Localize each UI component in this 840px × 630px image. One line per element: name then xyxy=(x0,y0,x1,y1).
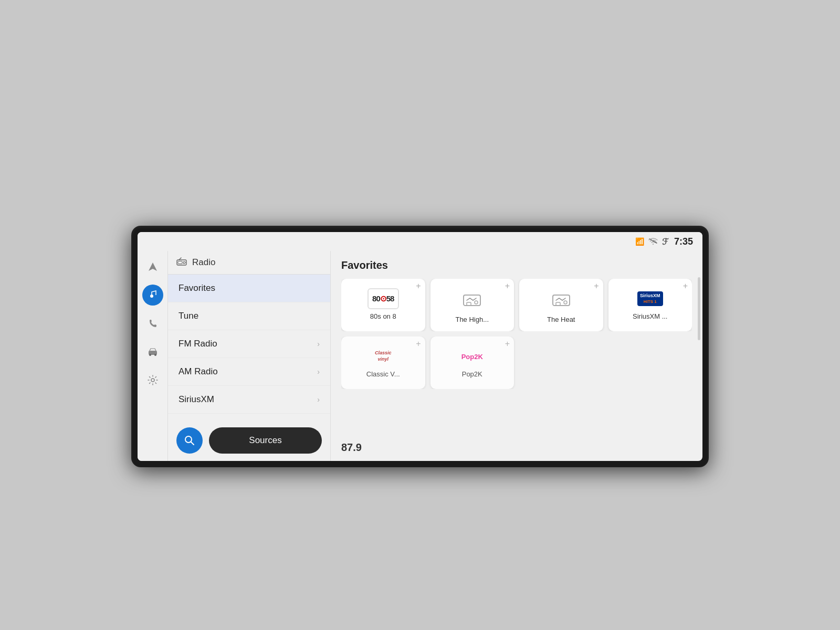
nav-icon-navigation[interactable] xyxy=(142,256,163,277)
classic-vinyl-logo: Classic vinyl xyxy=(368,346,399,367)
favorite-card-heat-label: The Heat xyxy=(547,316,575,323)
favorite-card-80s-label: 80s on 8 xyxy=(370,312,396,320)
favorites-grid: + 80⊙58 80s on 8 + xyxy=(341,279,692,331)
nav-icon-settings[interactable] xyxy=(142,370,163,391)
svg-rect-9 xyxy=(464,295,480,306)
svg-rect-12 xyxy=(553,295,570,306)
favorite-card-pop2k[interactable]: + Pop2K Pop2K xyxy=(430,337,514,389)
menu-item-favorites-label: Favorites xyxy=(178,283,215,293)
menu-item-fm-radio-label: FM Radio xyxy=(178,339,217,349)
favorites-title: Favorites xyxy=(341,259,692,271)
menu-items: Favorites Tune FM Radio › AM Radio › Sir xyxy=(168,275,330,420)
favorites-grid-row2: + Classic vinyl Classic V... + xyxy=(341,337,692,389)
menu-item-siriusxm-label: SiriusXM xyxy=(178,394,214,405)
the-highway-logo xyxy=(455,288,489,312)
svg-point-0 xyxy=(653,243,654,244)
search-button[interactable] xyxy=(176,427,203,454)
80s-on-8-logo: 80⊙58 xyxy=(368,288,399,309)
favorite-card-80s-on-8[interactable]: + 80⊙58 80s on 8 xyxy=(341,279,425,331)
menu-item-siriusxm[interactable]: SiriusXM › xyxy=(168,386,330,414)
status-bar: 📶 ℱ 7:35 xyxy=(138,232,702,251)
menu-item-am-radio-label: AM Radio xyxy=(178,366,218,377)
svg-point-7 xyxy=(183,261,185,264)
add-favorite-icon-2[interactable]: + xyxy=(505,282,510,290)
favorite-card-classic-vinyl[interactable]: + Classic vinyl Classic V... xyxy=(341,337,425,389)
screen: 📶 ℱ 7:35 xyxy=(138,232,702,461)
menu-item-am-radio[interactable]: AM Radio › xyxy=(168,358,330,386)
status-icons: 📶 ℱ xyxy=(635,237,669,247)
siriusxm-logo: SiriusXM HITS 1 xyxy=(634,288,666,309)
the-heat-logo xyxy=(544,288,578,312)
menu-item-tune-label: Tune xyxy=(178,311,198,321)
add-favorite-icon-5[interactable]: + xyxy=(416,340,421,348)
scroll-indicator[interactable] xyxy=(698,277,700,340)
frequency-display: 87.9 xyxy=(341,442,362,454)
nav-icon-phone[interactable] xyxy=(142,313,163,334)
bluetooth-icon: ℱ xyxy=(662,237,669,247)
right-content: Favorites + 80⊙58 80s on 8 + xyxy=(331,251,702,461)
favorite-card-classicvinyl-label: Classic V... xyxy=(366,370,400,378)
svg-point-11 xyxy=(475,301,478,304)
menu-header-title: Radio xyxy=(192,257,215,268)
menu-item-tune[interactable]: Tune xyxy=(168,302,330,330)
menu-header: Radio xyxy=(168,251,330,275)
favorite-card-siriusxm[interactable]: + SiriusXM HITS 1 SiriusXM ... xyxy=(608,279,692,331)
menu-bottom: Sources xyxy=(168,420,330,461)
middle-menu: Radio Favorites Tune FM Radio › AM Radio xyxy=(168,251,331,461)
menu-item-fm-radio[interactable]: FM Radio › xyxy=(168,330,330,358)
svg-point-4 xyxy=(151,379,154,382)
favorite-card-the-heat[interactable]: + The Heat xyxy=(519,279,603,331)
add-favorite-icon-6[interactable]: + xyxy=(505,340,510,348)
svg-rect-5 xyxy=(177,260,186,265)
am-radio-chevron-icon: › xyxy=(317,368,320,376)
favorite-card-highway-label: The High... xyxy=(455,316,489,323)
radio-icon xyxy=(176,257,187,268)
wifi-off-icon xyxy=(648,237,658,246)
nav-icon-music[interactable] xyxy=(142,285,163,306)
nav-icon-car[interactable] xyxy=(142,341,163,362)
car-bezel: 📶 ℱ 7:35 xyxy=(131,226,709,467)
favorite-card-pop2k-label: Pop2K xyxy=(462,370,482,378)
svg-rect-6 xyxy=(178,261,182,264)
signal-icon: 📶 xyxy=(635,237,644,246)
sources-button[interactable]: Sources xyxy=(209,427,322,454)
main-content: Radio Favorites Tune FM Radio › AM Radio xyxy=(138,251,702,461)
fm-radio-chevron-icon: › xyxy=(317,340,320,348)
favorite-card-siriusxm-label: SiriusXM ... xyxy=(633,312,667,320)
pop2k-logo: Pop2K xyxy=(456,346,488,367)
favorite-card-the-highway[interactable]: + The High... xyxy=(430,279,514,331)
svg-point-2 xyxy=(149,354,151,356)
add-favorite-icon[interactable]: + xyxy=(416,282,421,290)
siriusxm-chevron-icon: › xyxy=(317,395,320,404)
add-favorite-icon-4[interactable]: + xyxy=(683,282,688,290)
status-time: 7:35 xyxy=(674,236,693,247)
add-favorite-icon-3[interactable]: + xyxy=(594,282,598,290)
svg-point-14 xyxy=(564,301,567,304)
left-nav xyxy=(138,251,168,461)
svg-point-3 xyxy=(154,354,156,356)
menu-item-favorites[interactable]: Favorites xyxy=(168,275,330,302)
